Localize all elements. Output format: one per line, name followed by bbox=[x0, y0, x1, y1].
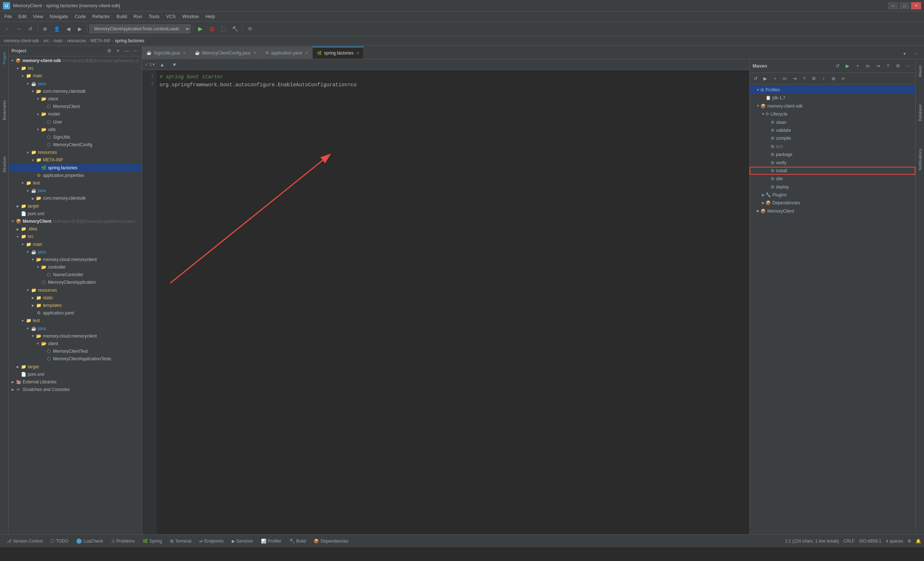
tree-item-java2[interactable]: ▼ ☕ java bbox=[9, 187, 142, 195]
debug-button[interactable]: 🐞 bbox=[207, 24, 217, 34]
maven-item-sdk[interactable]: ▼ 📦 memory-client-sdk bbox=[750, 102, 915, 110]
tree-item-com4[interactable]: ▼ 📂 memory.cloud.memoryclient bbox=[9, 333, 142, 340]
panel-collapse-btn[interactable]: — bbox=[123, 47, 130, 54]
menu-navigate[interactable]: Navigate bbox=[46, 13, 71, 20]
tree-item-resources2[interactable]: ▼ 📁 resources bbox=[9, 286, 142, 294]
tree-item-resources1[interactable]: ▼ 📁 resources bbox=[9, 149, 142, 156]
panel-settings-btn[interactable]: ⋯ bbox=[132, 47, 139, 54]
menu-build[interactable]: Build bbox=[114, 13, 130, 20]
breadcrumb-resources[interactable]: resources bbox=[67, 38, 86, 44]
tree-item-java3[interactable]: ▼ ☕ java bbox=[9, 248, 142, 256]
tree-item-meta-inf[interactable]: ▼ 📁 META-INF bbox=[9, 156, 142, 164]
menu-vcs[interactable]: VCS bbox=[163, 13, 178, 20]
tree-item-client4[interactable]: ▼ 📂 client bbox=[9, 340, 142, 348]
refresh-button[interactable]: ↺ bbox=[25, 24, 35, 34]
tree-item-main2[interactable]: ▼ 📁 main bbox=[9, 241, 142, 248]
tree-item-scratches[interactable]: ▶ ✏ Scratches and Consoles bbox=[9, 386, 142, 393]
maven-toolbar-btn8[interactable]: ↕ bbox=[819, 74, 828, 83]
tree-item-memory-client-sdk[interactable]: ▼ 📦 memory-client-sdk D:\Project\足球项目\me… bbox=[9, 57, 142, 64]
tree-item-memoryclienttest[interactable]: ⬡ MemoryClientTest bbox=[9, 348, 142, 355]
maven-toolbar-btn1[interactable]: ↺ bbox=[751, 74, 760, 83]
tree-item-memoryclientapptests[interactable]: ⬡ MemoryClientApplicationTests bbox=[9, 355, 142, 363]
bottom-tab-problems[interactable]: ⚠ Problems bbox=[108, 537, 139, 545]
tree-item-namecontroller[interactable]: ⬡ NameController bbox=[9, 271, 142, 279]
maven-plus-btn[interactable]: m bbox=[863, 62, 872, 70]
notifications-side-tab[interactable]: Notifications bbox=[916, 146, 924, 173]
status-indent[interactable]: 4 spaces bbox=[886, 538, 903, 544]
bottom-tab-terminal[interactable]: ⊞ Terminal bbox=[166, 537, 195, 545]
tree-item-templates[interactable]: ▶ 📁 templates bbox=[9, 302, 142, 309]
bottom-tab-dependencies[interactable]: 📦 Dependencies bbox=[310, 537, 352, 545]
panel-sort-btn[interactable]: ≡ bbox=[114, 47, 122, 54]
tree-item-test1[interactable]: ▼ 📁 test bbox=[9, 179, 142, 187]
maven-item-dependencies[interactable]: ▶ 📦 Dependencies bbox=[750, 199, 915, 207]
maven-toolbar-btn5[interactable]: ⇥ bbox=[790, 74, 799, 83]
bottom-tab-todo[interactable]: ☐ TODO bbox=[47, 537, 72, 545]
maven-settings-btn[interactable]: ⚙ bbox=[894, 62, 902, 70]
prev-button[interactable]: ◀ bbox=[63, 24, 73, 34]
maven-item-validate[interactable]: ⚙ validate bbox=[750, 126, 915, 134]
tree-item-controller[interactable]: ▼ 📂 controller bbox=[9, 264, 142, 271]
tree-item-com2[interactable]: ▶ 📂 com.memory.clientsdk bbox=[9, 195, 142, 202]
status-line-ending[interactable]: CRLF bbox=[843, 538, 855, 544]
bottom-tab-endpoints[interactable]: ⇌ Endpoints bbox=[196, 537, 227, 545]
tab-signutils[interactable]: ☕ SignUtils.java ✕ bbox=[142, 46, 190, 59]
maven-toolbar-btn6[interactable]: ? bbox=[800, 74, 808, 83]
maven-toolbar-btn9[interactable]: ⊗ bbox=[829, 74, 838, 83]
maven-item-jdk[interactable]: 📋 jdk-1.7 bbox=[750, 94, 915, 102]
menu-view[interactable]: View bbox=[30, 13, 46, 20]
maven-item-package[interactable]: ⚙ package bbox=[750, 150, 915, 159]
project-tab[interactable]: Project bbox=[1, 48, 8, 68]
editor-toolbar-btn[interactable]: ▲ bbox=[157, 60, 167, 70]
breadcrumb-meta-inf[interactable]: META-INF bbox=[91, 38, 111, 44]
structure-tab[interactable]: Structure bbox=[1, 153, 8, 176]
maven-item-plugins[interactable]: ▶ 🔧 Plugins bbox=[750, 191, 915, 199]
bottom-tab-spring[interactable]: 🌿 Spring bbox=[139, 537, 166, 545]
bottom-tab-services[interactable]: ▶ Services bbox=[228, 537, 256, 545]
build-button[interactable]: 🔨 bbox=[230, 24, 240, 34]
tree-item-app-properties[interactable]: ⚙ application.properties bbox=[9, 172, 142, 179]
tree-item-spring-factories[interactable]: 🌿 spring.factories bbox=[9, 164, 142, 172]
maven-item-verify[interactable]: ⚙ verify bbox=[750, 159, 915, 167]
maven-item-site[interactable]: ⚙ site bbox=[750, 175, 915, 183]
code-content[interactable]: # spring boot starter org.springframewor… bbox=[157, 70, 749, 534]
menu-window[interactable]: Window bbox=[179, 13, 202, 20]
bottom-tab-luacheck[interactable]: LuaCheck bbox=[73, 537, 107, 545]
next-button[interactable]: ▶ bbox=[75, 24, 85, 34]
menu-file[interactable]: File bbox=[2, 13, 15, 20]
bottom-tab-build[interactable]: 🔨 Build bbox=[286, 537, 310, 545]
tab-more-btn[interactable]: ⋯ bbox=[911, 49, 921, 59]
run-button[interactable]: ▶ bbox=[195, 24, 206, 34]
tree-item-target1[interactable]: ▶ 📁 target bbox=[9, 202, 142, 210]
forward-button[interactable]: → bbox=[14, 24, 24, 34]
breadcrumb-module[interactable]: memory-client-sdk bbox=[4, 38, 39, 44]
tree-item-idea[interactable]: ▶ 📁 .idea bbox=[9, 225, 142, 233]
status-settings-icon[interactable]: ⚙ bbox=[908, 538, 911, 544]
code-editor[interactable]: 1 2 # spring boot starter org.springfram… bbox=[142, 70, 749, 534]
maven-item-deploy[interactable]: ⚙ deploy bbox=[750, 183, 915, 191]
maven-doc-btn[interactable]: ? bbox=[884, 62, 892, 70]
editor-toolbar-btn2[interactable]: ▼ bbox=[169, 60, 179, 70]
tree-item-test2[interactable]: ▼ 📁 test bbox=[9, 317, 142, 324]
maven-side-tab[interactable]: Maven bbox=[916, 62, 924, 80]
bookmarks-tab[interactable]: Bookmarks bbox=[1, 97, 8, 124]
maven-item-profiles[interactable]: ▼ ⊞ Profiles bbox=[750, 86, 915, 94]
tree-item-java4[interactable]: ▼ ☕ java bbox=[9, 325, 142, 333]
panel-gear-btn[interactable]: ⚙ bbox=[106, 47, 113, 54]
bottom-tab-version-control[interactable]: ⎇ Version Control bbox=[3, 537, 46, 545]
maven-more-btn[interactable]: ⋯ bbox=[904, 62, 912, 70]
tree-item-memoryclient-proj[interactable]: ▼ 📦 MemoryClient D:\Project\足球项目\memory-… bbox=[9, 218, 142, 225]
tree-item-com3[interactable]: ▼ 📂 memory.cloud.memoryclient bbox=[9, 256, 142, 264]
maven-toolbar-btn7[interactable]: ⚙ bbox=[810, 74, 818, 83]
tab-dropdown-btn[interactable]: ▾ bbox=[900, 49, 910, 59]
tree-item-model[interactable]: ▼ 📂 model bbox=[9, 111, 142, 118]
breadcrumb-src[interactable]: src bbox=[44, 38, 49, 44]
database-side-tab[interactable]: Database bbox=[916, 102, 924, 124]
maven-item-lifecycle[interactable]: ▼ ⟳ Lifecycle bbox=[750, 110, 915, 118]
tree-item-static[interactable]: ▶ 📁 static bbox=[9, 294, 142, 302]
run-config-select[interactable]: MemoryClientApplicationTests.contextLoad… bbox=[90, 24, 190, 33]
bottom-tab-profiler[interactable]: 📊 Profiler bbox=[257, 537, 285, 545]
breadcrumb-spring-factories[interactable]: spring.factories bbox=[115, 38, 144, 44]
tree-item-utils[interactable]: ▼ 📂 utils bbox=[9, 126, 142, 134]
breadcrumb-main[interactable]: main bbox=[53, 38, 63, 44]
